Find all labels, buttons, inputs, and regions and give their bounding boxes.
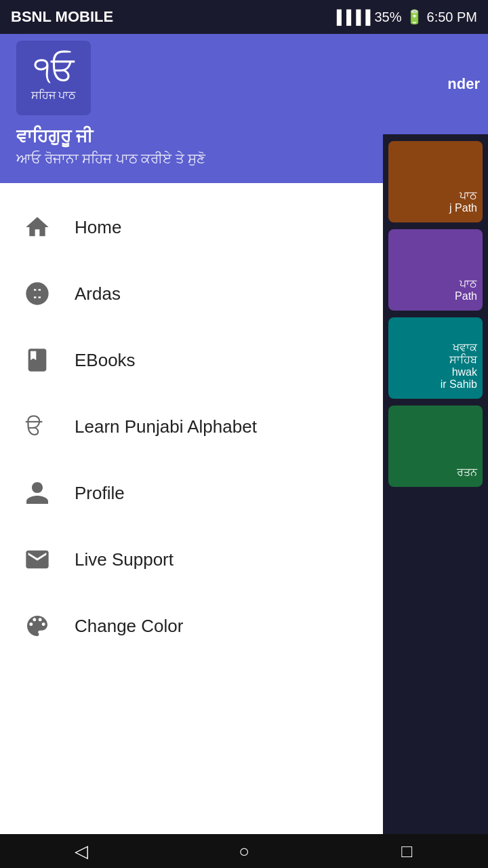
recent-button[interactable]: □ — [380, 834, 434, 868]
card-teal: ਖਵਾਕ ਸਾਹਿਬ hwak ir Sahib — [388, 317, 483, 399]
recent-icon: □ — [401, 841, 412, 862]
card-teal-text4: ir Sahib — [441, 378, 477, 391]
background-content: ⊙ 🔔 nder ਪਾਠ j Path ਪਾਠ Path ਖਵਾਕ ਸਾਹਿਬ … — [383, 0, 488, 834]
ebooks-label: EBooks — [75, 350, 136, 371]
card-teal-text1: ਖਵਾਕ — [453, 342, 477, 354]
status-right: ▐▐▐▐ 35% 🔋 6:50 PM — [332, 9, 477, 25]
home-icon — [19, 209, 56, 245]
punjabi-icon: ੳ — [19, 408, 56, 445]
menu-item-punjabi[interactable]: ੳ Learn Punjabi Alphabet — [0, 393, 383, 460]
menu-item-profile[interactable]: Profile — [0, 460, 383, 526]
card-purple-text1: ਪਾਠ — [460, 278, 477, 290]
menu-list: Home Ardas EBooks — [0, 183, 383, 834]
color-icon — [19, 608, 56, 644]
ebooks-icon — [19, 342, 56, 378]
back-icon: ◁ — [75, 841, 88, 862]
battery-text: 35% — [374, 9, 401, 25]
home-label: Home — [75, 217, 121, 238]
card-purple: ਪਾਠ Path — [388, 229, 483, 311]
menu-item-home[interactable]: Home — [0, 194, 383, 260]
support-icon — [19, 541, 56, 578]
card-orange: ਪਾਠ j Path — [388, 141, 483, 222]
color-label: Change Color — [75, 616, 183, 637]
bg-blue-bar: nder — [383, 34, 488, 134]
carrier-text: BSNL MOBILE — [11, 8, 113, 26]
card-purple-text2: Path — [455, 290, 477, 302]
card-teal-text3: hwak — [452, 366, 477, 378]
card-orange-text2: j Path — [449, 202, 477, 214]
menu-item-ardas[interactable]: Ardas — [0, 260, 383, 327]
support-label: Live Support — [75, 549, 174, 570]
navigation-drawer: ੧ਓ ਸਹਿਜ ਪਾਠ ਵਾਹਿਗੁਰੂ ਜੀ ਆਓ ਰੋਜਾਨਾ ਸਹਿਜ ਪ… — [0, 0, 383, 834]
signal-icon: ▐▐▐▐ — [332, 9, 371, 25]
menu-item-color[interactable]: Change Color — [0, 593, 383, 659]
card-green-text1: ਰਤਨ — [457, 467, 477, 479]
card-green: ਰਤਨ — [388, 406, 483, 487]
menu-item-support[interactable]: Live Support — [0, 526, 383, 593]
back-button[interactable]: ◁ — [54, 834, 108, 868]
profile-icon — [19, 475, 56, 511]
bg-bar-text: nder — [447, 75, 480, 93]
svg-text:ੳ: ੳ — [25, 415, 43, 440]
battery-icon: 🔋 — [406, 9, 423, 25]
header-title: ਵਾਹਿਗੁਰੂ ਜੀ — [16, 126, 367, 147]
card-orange-text1: ਪਾਠ — [460, 190, 477, 202]
time-text: 6:50 PM — [427, 9, 477, 25]
header-subtitle: ਆਓ ਰੋਜਾਨਾ ਸਹਿਜ ਪਾਠ ਕਰੀਏ ਤੇ ਸੁਣੋ — [16, 151, 367, 167]
app-logo: ੧ਓ ਸਹਿਜ ਪਾਠ — [16, 41, 91, 115]
card-teal-text2: ਸਾਹਿਬ — [449, 354, 477, 366]
punjabi-label: Learn Punjabi Alphabet — [75, 416, 257, 437]
home-button[interactable]: ○ — [217, 834, 271, 868]
ardas-label: Ardas — [75, 283, 121, 304]
nav-bar: ◁ ○ □ — [0, 834, 488, 868]
bg-cards: ਪਾਠ j Path ਪਾਠ Path ਖਵਾਕ ਸਾਹਿਬ hwak ir S… — [383, 134, 488, 834]
profile-label: Profile — [75, 483, 125, 504]
logo-text: ਸਹਿਜ ਪਾਠ — [31, 90, 76, 102]
menu-item-ebooks[interactable]: EBooks — [0, 327, 383, 393]
home-nav-icon: ○ — [239, 841, 249, 862]
ardas-icon — [19, 275, 56, 312]
status-bar: BSNL MOBILE ▐▐▐▐ 35% 🔋 6:50 PM — [0, 0, 488, 34]
logo-symbol: ੧ਓ — [33, 54, 74, 87]
